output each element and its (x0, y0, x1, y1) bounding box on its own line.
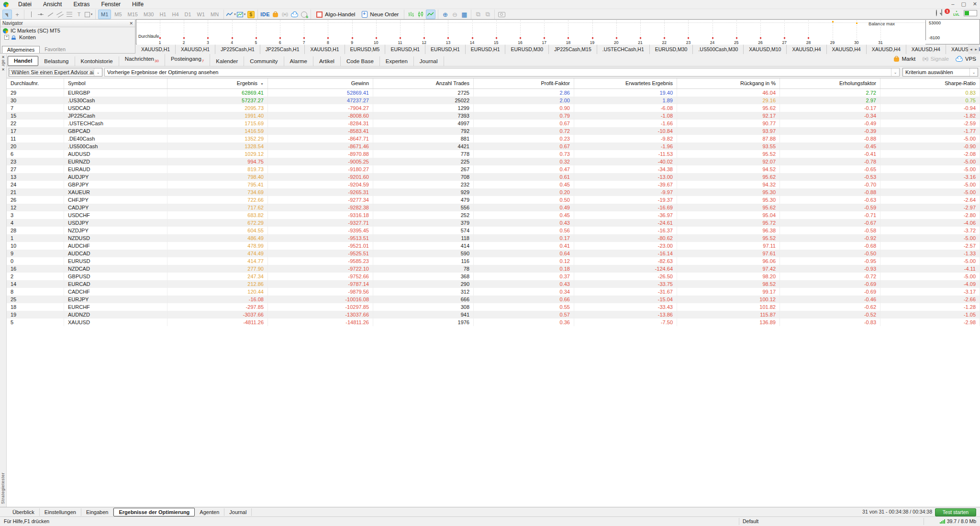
timeframe-h1[interactable]: H1 (157, 10, 168, 19)
chart-tab-eurusdm30[interactable]: EURUSD,M30 (505, 44, 549, 54)
criterion-select[interactable]: Kriterium auswählen ⌄ (902, 68, 978, 77)
channel-tool-button[interactable] (56, 10, 64, 19)
table-row[interactable]: 27EURAUD819.73-9180.272670.47-34.3894.52… (7, 165, 980, 173)
trendline-tool-button[interactable] (46, 10, 55, 19)
toolbox-tab-belastung[interactable]: Belastung (38, 56, 75, 66)
result-dot[interactable] (303, 37, 305, 39)
result-dot[interactable] (736, 37, 737, 39)
navigator-accounts-node[interactable]: + Konten (0, 34, 135, 41)
chart-tab-xauusdh4[interactable]: XAUUSD,H4 (906, 44, 946, 54)
menu-ansicht[interactable]: Ansicht (37, 0, 67, 9)
chart-tab-xauusdh4[interactable]: XAUUSD,H4 (787, 44, 826, 54)
result-dot[interactable] (232, 37, 233, 39)
toolbox-tab-kalender[interactable]: Kalender (210, 56, 244, 66)
tester-mode-select[interactable]: Vorherige Ergebnisse der Optimierung ans… (104, 68, 900, 77)
bar-chart-button[interactable] (407, 10, 415, 19)
column-header-r-ckgang-in-[interactable]: Rückgang in % (677, 78, 780, 88)
chart-style-button[interactable]: ▾ (226, 10, 236, 19)
best-result-dot[interactable] (856, 22, 858, 24)
toolbox-tab-experten[interactable]: Experten (380, 56, 414, 66)
table-row[interactable]: 1NZDUSD486.49-9513.511180.17-80.6295.52-… (7, 234, 980, 242)
result-dot[interactable] (520, 37, 521, 39)
result-dot[interactable] (376, 37, 377, 39)
navigator-tab-favoriten[interactable]: Favoriten (40, 46, 70, 53)
best-result-dot[interactable] (832, 21, 834, 22)
chart-tab-xauusdh4[interactable]: XAUUSD,H4 (827, 44, 867, 54)
vps-link[interactable]: VPS (956, 56, 976, 62)
chart-tab-us500cashm30[interactable]: .US500Cash,M30 (693, 44, 744, 54)
vps-cloud-button[interactable] (290, 10, 299, 19)
close-button[interactable]: ✕ (973, 0, 977, 8)
horizontal-line-tool-button[interactable] (36, 10, 45, 19)
result-dot[interactable] (256, 37, 257, 39)
table-row[interactable]: 8CADCHF120.44-9879.563120.34-31.6799.17-… (7, 288, 980, 296)
navigator-close-icon[interactable]: ✕ (129, 21, 133, 26)
toolbox-tab-posteingang[interactable]: Posteingang7 (165, 54, 210, 66)
result-dot[interactable] (568, 37, 569, 39)
candle-chart-button[interactable] (416, 10, 425, 19)
table-row[interactable]: 16NZDCAD277.90-9722.10780.18-124.6497.42… (7, 265, 980, 273)
screenshot-button[interactable] (497, 10, 506, 19)
result-dot[interactable] (423, 37, 425, 39)
column-header-profit-faktor[interactable]: Profit-Faktor (474, 78, 574, 88)
navigator-tab-allgemeines[interactable]: Allgemeines (2, 46, 40, 53)
timeframe-m30[interactable]: M30 (141, 10, 156, 19)
arrange-right-button[interactable]: ⧉ (483, 10, 492, 19)
table-row[interactable]: 0EURUSD414.77-9585.231160.12-82.6396.06-… (7, 257, 980, 265)
timeframe-d1[interactable]: D1 (182, 10, 194, 19)
optimization-graph[interactable]: Durchläufe Balance max 12345678910111213… (136, 19, 980, 44)
column-header-anzahl-trades[interactable]: Anzahl Trades (373, 78, 474, 88)
toolbox-close-icon[interactable]: ✕ (0, 55, 6, 59)
result-dot[interactable] (279, 37, 281, 39)
table-row[interactable]: 21XAUEUR734.69-9265.319290.20-9.9795.30-… (7, 188, 980, 196)
start-test-button[interactable]: Test starten (935, 508, 976, 516)
market-button[interactable] (271, 10, 279, 19)
expand-icon[interactable]: + (4, 35, 9, 40)
table-row[interactable]: 2GBPUSD247.34-9752.663680.37-26.5098.20-… (7, 273, 980, 280)
signals-button[interactable]: ((●)) (280, 10, 289, 19)
result-dot[interactable] (712, 37, 713, 39)
table-row[interactable]: 18EURCHF-297.85-10297.853080.55-33.43101… (7, 303, 980, 311)
algo-trading-button[interactable]: Algo-Handel (313, 10, 358, 19)
result-dot[interactable] (183, 37, 185, 39)
result-dot[interactable] (592, 37, 593, 39)
menu-extras[interactable]: Extras (67, 0, 95, 9)
tester-tab-eingaben[interactable]: Eingaben (81, 508, 114, 516)
result-dot[interactable] (664, 37, 665, 39)
shapes-tool-button[interactable]: ▾ (84, 10, 93, 19)
table-row[interactable]: 22.USTECHCash1715.69-8284.3149970.67-1.6… (7, 120, 980, 127)
navigator-account-item[interactable]: IC Markets (SC) MT5 (0, 27, 135, 34)
timeframe-m1[interactable]: M1 (98, 10, 111, 19)
tester-close-icon[interactable]: ✕ (0, 67, 6, 72)
zoom-out-button[interactable]: ⊖ (450, 10, 459, 19)
menu-hilfe[interactable]: Hilfe (126, 0, 149, 9)
market-link[interactable]: Markt (894, 56, 915, 62)
result-dot[interactable] (327, 37, 329, 39)
chart-tab-jp225cashh1[interactable]: JP225Cash,H1 (260, 44, 305, 54)
toolbox-tab-code-base[interactable]: Code Base (341, 56, 380, 66)
tester-tab-journal[interactable]: Journal (224, 508, 252, 516)
table-row[interactable]: 20.US500Cash1328.54-8671.4644210.67-1.96… (7, 142, 980, 150)
minimize-button[interactable]: – (951, 0, 954, 8)
toolbox-tab-journal[interactable]: Journal (414, 56, 444, 66)
crosshair-tool-button[interactable]: + (13, 10, 22, 19)
tester-tab-agenten[interactable]: Agenten (195, 508, 224, 516)
table-row[interactable]: 3USDCHF683.82-9316.182520.45-36.9795.04-… (7, 211, 980, 219)
column-header-ergebnis[interactable]: Ergebnis▼ (167, 78, 268, 88)
result-dot[interactable] (760, 37, 761, 39)
level-indicator-icon[interactable]: LVL (953, 10, 959, 16)
chart-tab-xauusdh4[interactable]: XAUUSD,H4 (867, 44, 906, 54)
currency-button[interactable]: $ (246, 10, 255, 19)
scroll-left-icon[interactable]: ◂ (970, 47, 972, 52)
table-row[interactable]: 23EURNZD994.75-9005.252250.32-40.0292.07… (7, 158, 980, 165)
table-row[interactable]: 15JP225Cash1991.40-8008.6073930.79-1.089… (7, 112, 980, 120)
result-dot[interactable] (688, 37, 689, 39)
column-header-sharpe-ratio[interactable]: Sharpe-Ratio (880, 78, 980, 88)
table-row[interactable]: 14EURCAD212.86-9787.142900.43-33.7598.52… (7, 280, 980, 288)
tester-tab--berblick[interactable]: Überblick (8, 508, 40, 516)
toolbox-tab-kontohistorie[interactable]: Kontohistorie (75, 56, 119, 66)
table-row[interactable]: 19AUDNZD-3037.66-13037.669410.57-13.8611… (7, 311, 980, 318)
new-order-button[interactable]: Neue Order (358, 10, 402, 19)
table-row[interactable]: 25EURJPY-16.08-10016.086660.66-15.04100.… (7, 296, 980, 303)
result-dot[interactable] (496, 37, 497, 39)
